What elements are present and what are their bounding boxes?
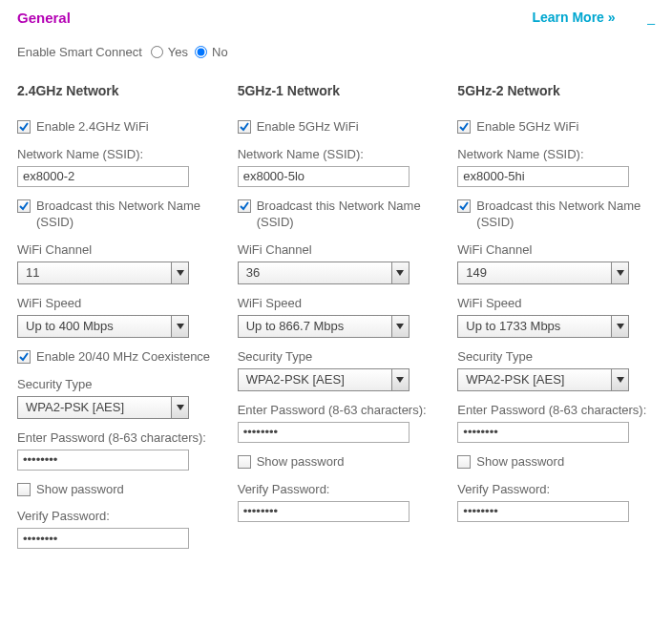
ssid-5b-label: Network Name (SSID): (457, 147, 655, 161)
chevron-down-icon (391, 316, 409, 337)
sectype-5a-select[interactable]: WPA2-PSK [AES] (238, 368, 410, 391)
band-24-title: 2.4GHz Network (17, 83, 215, 98)
speed-24-value: Up to 400 Mbps (18, 319, 171, 333)
broadcast-24-label: Broadcast this Network Name (SSID) (36, 199, 215, 231)
password-24-label: Enter Password (8-63 characters): (17, 430, 215, 445)
showpw-5a-checkbox[interactable] (238, 455, 251, 469)
smart-connect-no-radio[interactable] (195, 46, 207, 58)
verify-5a-input[interactable] (238, 501, 410, 522)
channel-5a-label: WiFi Channel (238, 242, 435, 257)
sectype-24-label: Security Type (17, 377, 215, 391)
speed-5b-label: WiFi Speed (457, 296, 655, 310)
showpw-24-label: Show password (36, 482, 124, 498)
enable-5b-label: Enable 5GHz WiFi (476, 119, 578, 136)
minimize-icon[interactable]: _ (647, 10, 655, 25)
speed-5a-select[interactable]: Up to 866.7 Mbps (238, 315, 410, 338)
sectype-5b-select[interactable]: WPA2-PSK [AES] (457, 368, 629, 391)
showpw-24-checkbox[interactable] (17, 483, 31, 496)
chevron-down-icon (171, 397, 188, 418)
password-24-input[interactable] (17, 450, 189, 471)
speed-5b-value: Up to 1733 Mbps (458, 319, 611, 333)
broadcast-5b-checkbox[interactable] (457, 199, 471, 213)
broadcast-24-checkbox[interactable] (17, 199, 31, 213)
smart-connect-yes-radio[interactable] (151, 46, 163, 58)
enable-5a-checkbox[interactable] (238, 120, 251, 134)
chevron-down-icon (611, 369, 628, 390)
chevron-down-icon (611, 316, 628, 337)
band-24-column: 2.4GHz Network Enable 2.4GHz WiFi Networ… (17, 83, 215, 560)
showpw-5b-label: Show password (476, 454, 564, 471)
verify-5a-label: Verify Password: (238, 482, 435, 496)
enable-5a-label: Enable 5GHz WiFi (257, 119, 359, 136)
verify-24-label: Verify Password: (17, 509, 215, 523)
band-5b-title: 5GHz-2 Network (457, 83, 655, 98)
channel-24-select[interactable]: 11 (17, 262, 189, 284)
smart-connect-no-label: No (212, 45, 228, 59)
verify-5b-input[interactable] (457, 501, 629, 522)
password-5b-label: Enter Password (8-63 characters): (457, 403, 655, 417)
ssid-5a-input[interactable] (238, 166, 410, 187)
speed-24-select[interactable]: Up to 400 Mbps (17, 315, 189, 338)
page-title: General (17, 10, 71, 26)
smart-connect-row: Enable Smart Connect Yes No (17, 45, 655, 59)
password-5a-input[interactable] (238, 422, 410, 443)
speed-5a-value: Up to 866.7 Mbps (239, 319, 391, 333)
enable-24-checkbox[interactable] (17, 120, 31, 134)
enable-24-label: Enable 2.4GHz WiFi (36, 119, 149, 136)
channel-5b-label: WiFi Channel (457, 242, 655, 257)
channel-5a-value: 36 (239, 265, 391, 280)
channel-5b-select[interactable]: 149 (457, 262, 629, 284)
showpw-5b-checkbox[interactable] (457, 455, 471, 469)
sectype-5b-value: WPA2-PSK [AES] (458, 372, 611, 387)
band-5a-column: 5GHz-1 Network Enable 5GHz WiFi Network … (238, 83, 435, 560)
chevron-down-icon (391, 369, 409, 390)
smart-connect-yes-label: Yes (168, 45, 188, 59)
speed-5b-select[interactable]: Up to 1733 Mbps (457, 315, 629, 338)
sectype-5a-value: WPA2-PSK [AES] (239, 372, 391, 387)
band-5b-column: 5GHz-2 Network Enable 5GHz WiFi Network … (457, 83, 655, 560)
password-5a-label: Enter Password (8-63 characters): (238, 403, 435, 417)
broadcast-5a-label: Broadcast this Network Name (SSID) (257, 199, 435, 231)
broadcast-5b-label: Broadcast this Network Name (SSID) (476, 199, 655, 231)
speed-24-label: WiFi Speed (17, 296, 215, 310)
ssid-5b-input[interactable] (457, 166, 629, 187)
enable-5b-checkbox[interactable] (457, 120, 471, 134)
chevron-down-icon (391, 262, 409, 283)
speed-5a-label: WiFi Speed (238, 296, 435, 310)
password-5b-input[interactable] (457, 422, 629, 443)
channel-24-label: WiFi Channel (17, 242, 215, 257)
verify-24-input[interactable] (17, 528, 189, 549)
channel-24-value: 11 (18, 265, 171, 280)
ssid-24-label: Network Name (SSID): (17, 147, 215, 161)
ssid-5a-label: Network Name (SSID): (238, 147, 435, 161)
chevron-down-icon (171, 316, 188, 337)
channel-5b-value: 149 (458, 265, 611, 280)
smart-connect-label: Enable Smart Connect (17, 45, 142, 59)
chevron-down-icon (611, 262, 628, 283)
verify-5b-label: Verify Password: (457, 482, 655, 496)
broadcast-5a-checkbox[interactable] (238, 199, 251, 213)
chevron-down-icon (171, 262, 188, 283)
sectype-5a-label: Security Type (238, 349, 435, 364)
channel-5a-select[interactable]: 36 (238, 262, 410, 284)
showpw-5a-label: Show password (257, 454, 345, 471)
ssid-24-input[interactable] (17, 166, 189, 187)
coexist-24-label: Enable 20/40 MHz Coexistence (36, 349, 210, 366)
sectype-24-value: WPA2-PSK [AES] (18, 400, 171, 414)
learn-more-link[interactable]: Learn More » (532, 10, 615, 25)
sectype-24-select[interactable]: WPA2-PSK [AES] (17, 396, 189, 419)
sectype-5b-label: Security Type (457, 349, 655, 364)
band-5a-title: 5GHz-1 Network (238, 83, 435, 98)
coexist-24-checkbox[interactable] (17, 350, 31, 364)
